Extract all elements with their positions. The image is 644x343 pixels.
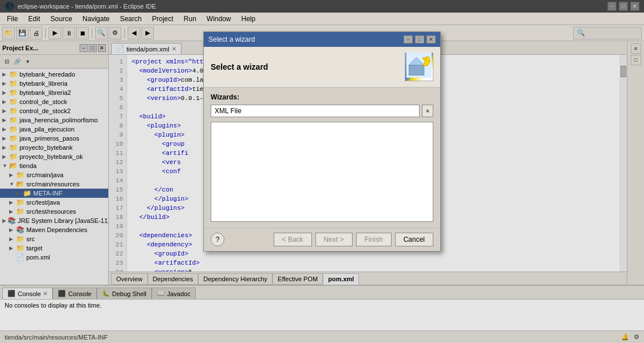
wizard-search-input[interactable] xyxy=(211,105,420,117)
wizard-footer-left: ? xyxy=(211,233,224,246)
wizard-header-title: Select a wizard xyxy=(211,62,268,71)
wizard-footer: ? < Back Next > Finish Cancel xyxy=(204,228,440,251)
svg-rect-1 xyxy=(409,65,424,75)
wizard-finish-button[interactable]: Finish xyxy=(356,233,392,246)
modal-overlay: Select a wizard − □ ✕ Select a wizard xyxy=(0,0,644,343)
wizard-help-button[interactable]: ? xyxy=(211,233,224,246)
wizard-body: Wizards: × xyxy=(204,87,440,228)
wizard-header-icon xyxy=(405,53,433,81)
wizard-title-text: Select a wizard xyxy=(208,35,255,43)
wizard-next-button[interactable]: Next > xyxy=(315,233,353,246)
svg-point-4 xyxy=(425,57,429,61)
wizard-header-content: Select a wizard xyxy=(211,62,268,71)
wizard-minimize-btn[interactable]: − xyxy=(404,35,413,43)
clear-icon: × xyxy=(426,107,429,114)
help-icon: ? xyxy=(216,236,220,244)
wizard-back-button[interactable]: < Back xyxy=(274,233,312,246)
wizards-label: Wizards: xyxy=(211,93,433,101)
wizard-results-list[interactable] xyxy=(211,122,433,222)
wizard-search-row: × xyxy=(211,105,433,117)
wizard-title-bar: Select a wizard − □ ✕ xyxy=(204,32,440,47)
wizard-clear-button[interactable]: × xyxy=(422,105,433,117)
wizard-footer-buttons: < Back Next > Finish Cancel xyxy=(274,233,433,246)
wizard-header: Select a wizard xyxy=(204,47,440,87)
wizard-cancel-button[interactable]: Cancel xyxy=(395,233,433,246)
wizard-dialog: Select a wizard − □ ✕ Select a wizard xyxy=(203,31,441,252)
wizard-maximize-btn[interactable]: □ xyxy=(415,35,424,43)
wizard-close-btn[interactable]: ✕ xyxy=(426,35,436,43)
wizard-title-controls: − □ ✕ xyxy=(404,35,436,43)
